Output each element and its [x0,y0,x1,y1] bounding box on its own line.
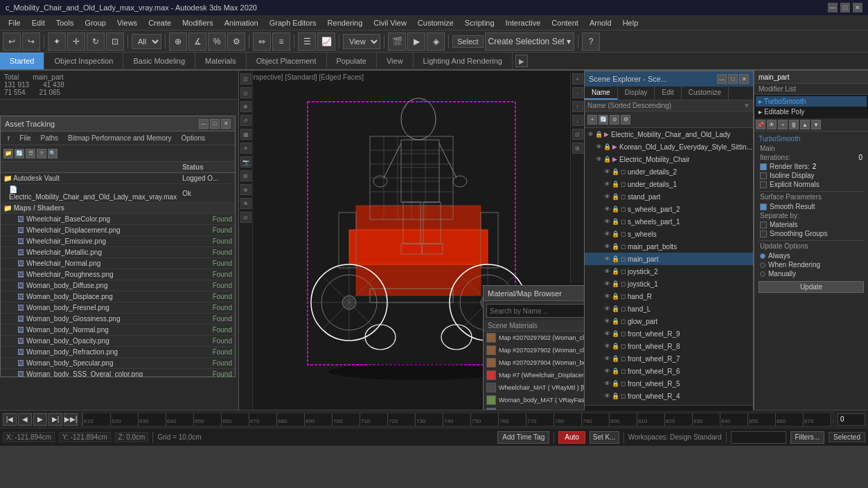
scene-object-item[interactable]: 👁🔒◻under_details_2 [585,165,753,178]
close-button[interactable]: ✕ [853,3,862,12]
vault-row[interactable]: 📁 Autodesk Vault Logged O... [1,173,235,184]
file-list-item[interactable]: 🖼Wheelchair_Displacement.pngFound [1,225,235,236]
rotate-button[interactable]: ↻ [87,33,105,51]
asset-tool-2[interactable]: 🔄 [15,149,24,159]
asset-tool-1[interactable]: 📁 [3,149,13,159]
ts-render-checkbox[interactable] [760,163,767,170]
menu-customize[interactable]: Customize [412,17,459,28]
anim-play-button[interactable]: ▶ [33,413,47,426]
file-list-item[interactable]: 🖼Woman_body_Specular.pngFound [1,358,235,369]
scene-object-item[interactable]: 👁🔒◻front_wheel_R_6 [585,365,753,377]
menu-graph-editors[interactable]: Graph Editors [264,17,322,28]
file-list-item[interactable]: 🖼Woman_body_SSS_Overal_color.pngFound [1,369,235,377]
menu-views[interactable]: Views [112,17,143,28]
scene-tab-name[interactable]: Name [585,87,618,100]
vp-right-5[interactable]: ⊡ [572,129,583,140]
mod-up-button[interactable]: ▲ [800,120,810,129]
scene-object-item[interactable]: 👁🔒◻under_details_1 [585,178,753,190]
file-list-item[interactable]: 🖼Woman_body_Fresnel.pngFound [1,302,235,314]
asset-menu-paths[interactable]: Paths [36,133,62,143]
minimize-button[interactable]: — [828,3,838,12]
align-button[interactable]: ≡ [272,33,290,51]
scene-object-item[interactable]: 👁🔒◻hand_R [585,290,753,302]
mb-item[interactable]: Map #2070297902 (Woman_clothes_Displace.… [484,332,584,344]
se-close-button[interactable]: ✕ [739,74,749,84]
tab-object-placement[interactable]: Object Placement [247,53,327,69]
media-button[interactable]: ▶ [515,55,528,67]
scene-tab-display[interactable]: Display [618,87,655,100]
scene-object-item[interactable]: 👁🔒◻front_wheel_R_8 [585,340,753,352]
ts-always-radio[interactable] [760,253,765,259]
se-controls[interactable]: — □ ✕ [717,74,749,84]
menu-create[interactable]: Create [143,17,177,28]
file-list-item[interactable]: 🖼Woman_body_Refraction.pngFound [1,347,235,358]
mb-item[interactable]: Map #2070297904 (Woman_body_Displace.png… [484,356,584,369]
anim-last-button[interactable]: ▶▶| [64,413,78,426]
scene-object-item[interactable]: 👁🔒◻joystick_1 [585,278,753,290]
file-list-item[interactable]: 🖼Woman_body_Normal.pngFound [1,325,235,336]
vp-zoom-ext-button[interactable]: ⊡ [240,73,251,84]
scene-object-item[interactable]: 👁🔒◻front_wheel_R_4 [585,390,753,402]
timeline-ruler[interactable]: 6106206306406506606706806907007107207307… [82,413,833,426]
mod-pin-button[interactable]: 📌 [756,120,765,129]
menu-group[interactable]: Group [79,17,112,28]
file-list-item[interactable]: 🖼Wheelchair_Normal.pngFound [1,258,235,269]
scene-object-item[interactable]: 👁🔒◻stand_part [585,190,753,203]
file-list-item[interactable]: 🖼Wheelchair_Roughness.pngFound [1,269,235,280]
asset-max-button[interactable]: □ [210,119,220,129]
percent-snap-button[interactable]: % [208,33,226,51]
vp-right-2[interactable]: - [572,87,583,98]
se-refresh-button[interactable]: 🔄 [599,115,608,125]
scene-object-item[interactable]: 👁🔒▶Electric_Mobility_Chair_and_Old_Lady [585,128,753,141]
scene-object-item[interactable]: 👁🔒▶Electric_Mobility_Chair [585,153,753,165]
menu-interactive[interactable]: Interactive [500,17,547,28]
asset-menu-options[interactable]: Options [177,133,209,143]
scene-object-item[interactable]: 👁🔒◻front_wheel_R_9 [585,327,753,340]
scene-object-item[interactable]: 👁🔒◻s_wheels [585,228,753,240]
ts-explicit-checkbox[interactable] [760,181,767,188]
file-list-item[interactable]: 🖼Wheelchair_Metallic.pngFound [1,247,235,258]
mod-add-button[interactable]: + [778,120,788,129]
material-editor-button[interactable]: ◈ [427,33,445,51]
mod-delete-button[interactable]: 🗑 [789,120,799,129]
scene-object-item[interactable]: 👁🔒◻s_wheels_part_2 [585,203,753,215]
undo-button[interactable]: ↩ [3,33,21,51]
scene-object-item[interactable]: 👁🔒◻front_wheel_R_5 [585,377,753,390]
redo-button[interactable]: ↪ [22,33,40,51]
turbosmooth-item[interactable]: ▸ TurboSmooth [756,96,867,107]
mb-item[interactable]: Woman_body_MAT ( VRayFastSSS2 ) [Woman..… [484,394,584,406]
add-time-tag-button[interactable]: Add Time Tag [497,431,549,444]
maximize-button[interactable]: □ [840,3,850,12]
ts-materials-checkbox[interactable] [760,222,767,228]
vp-view-button[interactable]: 👁 [240,198,251,209]
mb-item[interactable]: Wheelchair_MAT ( VRayMtl ) [back_wheel_L… [484,381,584,394]
se-filter-button-2[interactable]: ⊘ [610,115,619,125]
file-list-item[interactable]: 🖼Wheelchair_BaseColor.pngFound [1,214,235,225]
snap-button[interactable]: ⊕ [169,33,187,51]
selected-field[interactable] [731,431,786,444]
mb-search-input[interactable] [486,304,584,318]
vp-filter-button[interactable]: ⊘ [240,212,251,223]
asset-search[interactable]: 🔍 [48,149,57,159]
asset-tool-3[interactable]: ☰ [26,149,35,159]
asset-question[interactable]: ? [37,149,46,159]
scene-object-item[interactable]: 👁🔒◻glow_part [585,315,753,327]
asset-title-buttons[interactable]: — □ ✕ [199,119,231,129]
menu-file[interactable]: File [3,17,26,28]
angle-snap-button[interactable]: ∡ [188,33,206,51]
editable-poly-item[interactable]: ▸ Editable Poly [756,107,867,117]
anim-prev-button[interactable]: ◀ [18,413,32,426]
select-tool-button[interactable]: Select [452,35,484,48]
vp-grid-button[interactable]: ⊞ [240,170,251,181]
mirror-button[interactable]: ⇔ [253,33,271,51]
move-button[interactable]: ✛ [67,33,85,51]
ts-whenrendering-radio[interactable] [760,262,765,268]
anim-next-button[interactable]: ▶| [48,413,62,426]
vp-snap-button[interactable]: ⊕ [240,184,251,195]
asset-close-button[interactable]: ✕ [221,119,231,129]
mb-item[interactable]: Map #7 (Wheelchair_Displacement.png) [bo… [484,369,584,381]
frame-input[interactable] [838,413,865,426]
ts-update-button[interactable]: Update [759,281,864,293]
menu-help[interactable]: Help [617,17,644,28]
ts-manually-radio[interactable] [760,271,765,277]
